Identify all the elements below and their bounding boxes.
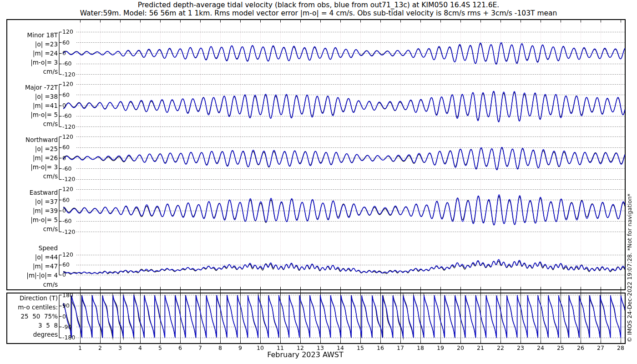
x-axis-label: February 2023 AWST <box>255 350 355 359</box>
copyright-watermark: © IMOS 24-Dec-2022 19:07:28. *Not for na… <box>626 172 633 364</box>
plot-canvas <box>0 0 637 364</box>
